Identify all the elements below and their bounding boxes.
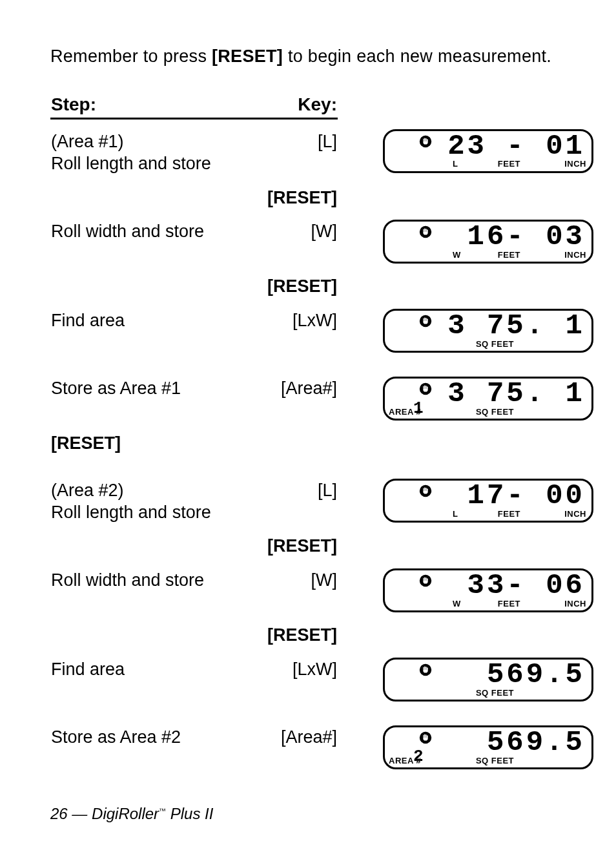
key-cell: [LxW]: [244, 298, 338, 353]
lcd-dim-label: L: [453, 159, 458, 169]
step-cell: Find area: [50, 298, 244, 353]
header-key: Key:: [244, 94, 338, 119]
intro-post: to begin each new measurement.: [283, 47, 551, 66]
lcd-display: 3 75. 1SQ FEETAREA #1: [383, 377, 593, 421]
intro-reset: [RESET]: [212, 47, 283, 66]
key-cell: [LxW]: [244, 647, 338, 702]
lcd-inch-label: INCH: [564, 250, 586, 260]
lcd-display: 23 - 01LFEETINCH: [383, 129, 593, 173]
stop-icon: [418, 484, 433, 498]
lcd-cell: 23 - 01LFEETINCH: [338, 119, 566, 176]
lcd-sqfeet-label: SQ FEET: [476, 339, 514, 349]
step-cell: Roll width and store: [50, 558, 244, 613]
lcd-feet-label: FEET: [498, 509, 520, 519]
lcd-cell: 16- 03WFEETINCH: [338, 209, 566, 264]
lcd-display: 33- 06WFEETINCH: [383, 568, 593, 612]
lcd-display: 17- 00LFEETINCH: [383, 479, 593, 523]
lcd-cell: 3 75. 1SQ FEETAREA #1: [338, 366, 566, 421]
step-cell: [50, 613, 244, 647]
footer-dash: —: [68, 805, 92, 822]
key-cell: [RESET]: [244, 524, 338, 558]
footer-tm: ™: [159, 807, 166, 815]
key-cell: [RESET]: [244, 176, 338, 210]
footer-page-num: 26: [50, 805, 68, 822]
stop-icon: [418, 225, 433, 239]
lcd-sqfeet-label: SQ FEET: [476, 688, 514, 698]
header-lcd-empty: [338, 94, 566, 119]
lcd-feet-label: FEET: [498, 599, 520, 609]
lcd-digits: 16- 03: [467, 219, 585, 255]
lcd-cell: 3 75. 1SQ FEET: [338, 298, 566, 353]
lcd-digits: 23 - 01: [447, 129, 585, 164]
lcd-digits: 3 75. 1: [447, 376, 585, 411]
lcd-inch-label: INCH: [564, 159, 586, 169]
step-cell: (Area #1)Roll length and store: [50, 119, 244, 176]
lcd-cell: [338, 176, 566, 210]
lcd-area-num: 1: [413, 398, 424, 419]
stop-icon: [418, 134, 433, 149]
footer-product-b: Plus II: [166, 805, 213, 822]
lcd-display: 569.5SQ FEETAREA #2: [383, 725, 593, 769]
key-cell: [L]: [244, 468, 338, 525]
key-cell: [W]: [244, 558, 338, 613]
lcd-sqfeet-label: SQ FEET: [476, 407, 514, 417]
step-cell: [50, 524, 244, 558]
lcd-sqfeet-label: SQ FEET: [476, 756, 514, 766]
lcd-digits: 569.5: [487, 725, 585, 760]
footer-product-a: DigiRoller: [92, 805, 159, 822]
key-cell: [Area#]: [244, 366, 338, 421]
lcd-area-num: 2: [413, 746, 424, 767]
stop-icon: [418, 314, 433, 328]
stop-icon: [418, 574, 433, 588]
lcd-feet-label: FEET: [498, 159, 520, 169]
lcd-display: 16- 03WFEETINCH: [383, 220, 593, 264]
step-cell: [50, 176, 244, 210]
lcd-dim-label: W: [453, 599, 461, 609]
step-cell: [RESET]: [50, 421, 244, 455]
lcd-cell: [338, 421, 566, 455]
lcd-display: 3 75. 1SQ FEET: [383, 309, 593, 353]
lcd-cell: 569.5SQ FEETAREA #2: [338, 715, 566, 770]
stop-icon: [418, 731, 433, 745]
step-cell: Store as Area #2: [50, 715, 244, 770]
key-cell: [Area#]: [244, 715, 338, 770]
header-step: Step:: [50, 94, 244, 119]
key-cell: [W]: [244, 209, 338, 264]
lcd-cell: [338, 524, 566, 558]
lcd-display: 569.5SQ FEET: [383, 658, 593, 702]
step-cell: Store as Area #1: [50, 366, 244, 421]
page-footer: 26 — DigiRoller™ Plus II: [50, 805, 213, 823]
step-cell: [50, 264, 244, 298]
steps-table: Step: Key: (Area #1)Roll length and stor…: [50, 94, 566, 770]
stop-icon: [418, 663, 433, 677]
lcd-digits: 569.5: [487, 657, 585, 692]
lcd-digits: 33- 06: [467, 568, 585, 603]
lcd-digits: 17- 00: [467, 478, 585, 514]
lcd-inch-label: INCH: [564, 599, 586, 609]
step-cell: (Area #2)Roll length and store: [50, 468, 244, 525]
lcd-dim-label: W: [453, 250, 461, 260]
step-cell: Find area: [50, 647, 244, 702]
lcd-cell: 17- 00LFEETINCH: [338, 468, 566, 525]
lcd-cell: [338, 264, 566, 298]
key-cell: [L]: [244, 119, 338, 176]
key-cell: [RESET]: [244, 264, 338, 298]
intro-text: Remember to press [RESET] to begin each …: [50, 47, 566, 67]
lcd-cell: 33- 06WFEETINCH: [338, 558, 566, 613]
lcd-cell: 569.5SQ FEET: [338, 647, 566, 702]
lcd-cell: [338, 613, 566, 647]
lcd-feet-label: FEET: [498, 250, 520, 260]
lcd-inch-label: INCH: [564, 509, 586, 519]
stop-icon: [418, 382, 433, 396]
intro-pre: Remember to press: [50, 47, 212, 66]
lcd-dim-label: L: [453, 509, 458, 519]
lcd-digits: 3 75. 1: [447, 308, 585, 344]
key-cell: [244, 421, 338, 455]
step-cell: Roll width and store: [50, 209, 244, 264]
key-cell: [RESET]: [244, 613, 338, 647]
